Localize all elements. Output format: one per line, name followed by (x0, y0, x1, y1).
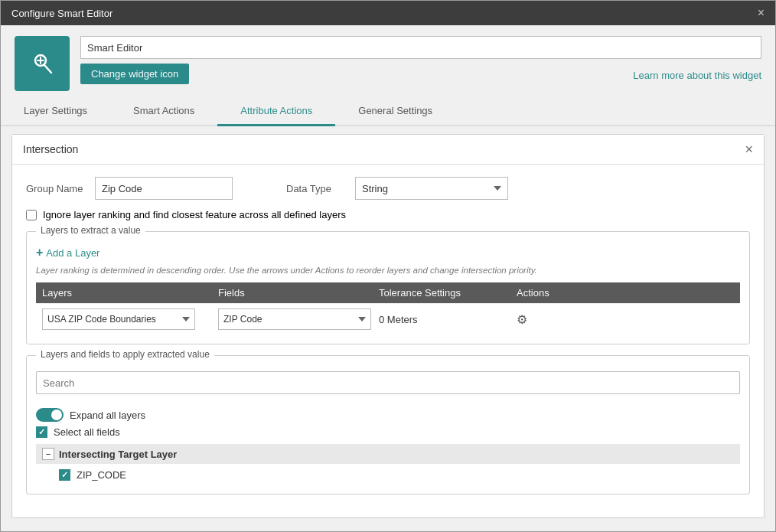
title-bar-close-button[interactable]: × (758, 7, 765, 19)
widget-icon-box (15, 36, 70, 91)
change-widget-icon-button[interactable]: Change widget icon (80, 64, 189, 84)
tab-layer-settings[interactable]: Layer Settings (1, 97, 110, 126)
layers-extract-legend: Layers to extract a value (36, 225, 145, 236)
ignore-ranking-label: Ignore layer ranking and find closest fe… (43, 209, 346, 220)
field-select-cell: ZIP Code (218, 308, 379, 330)
group-name-section: Group Name (26, 177, 233, 200)
add-layer-link[interactable]: + Add a Layer (36, 246, 740, 259)
svg-line-1 (44, 65, 51, 73)
add-layer-label: Add a Layer (46, 247, 99, 259)
field-row: ZIP_CODE (36, 465, 740, 485)
sub-dialog-close-button[interactable]: × (745, 142, 753, 156)
tabs-bar: Layer Settings Smart Actions Attribute A… (1, 97, 775, 126)
col-header-tolerance: Tolerance Settings (379, 287, 517, 299)
tolerance-settings-gear-button[interactable]: ⚙ (517, 312, 527, 327)
field-name: ZIP_CODE (77, 469, 126, 481)
col-header-actions: Actions (517, 287, 734, 299)
tab-smart-actions[interactable]: Smart Actions (110, 97, 217, 126)
select-all-label: Select all fields (54, 426, 120, 438)
tolerance-value: 0 Meters (379, 314, 418, 325)
search-container (36, 371, 740, 402)
select-all-checkbox[interactable] (36, 426, 47, 438)
header-section: Change widget icon Learn more about this… (1, 25, 775, 97)
actions-cell: ⚙ (517, 312, 734, 327)
widget-name-input[interactable] (80, 36, 761, 59)
learn-more-link[interactable]: Learn more about this widget (633, 70, 761, 81)
tab-attribute-actions[interactable]: Attribute Actions (217, 97, 335, 126)
data-type-select[interactable]: String Integer Double Date (355, 177, 508, 200)
collapse-button[interactable]: − (42, 448, 54, 460)
col-header-layers: Layers (42, 287, 218, 299)
layers-table: Layers Fields Tolerance Settings Actions… (36, 282, 740, 335)
field-select[interactable]: ZIP Code (218, 308, 371, 330)
search-input[interactable] (36, 371, 740, 394)
plus-icon: + (36, 246, 43, 259)
layer-ranking-note: Layer ranking is determined in descendin… (36, 266, 740, 275)
apply-section: Layers and fields to apply extracted val… (26, 355, 750, 494)
ignore-ranking-row: Ignore layer ranking and find closest fe… (26, 209, 750, 220)
layer-group-row: − Intersecting Target Layer (36, 444, 740, 464)
col-header-fields: Fields (218, 287, 379, 299)
field-checkbox[interactable] (59, 469, 70, 481)
table-header-row: Layers Fields Tolerance Settings Actions (36, 282, 740, 303)
tab-general-settings[interactable]: General Settings (335, 97, 455, 126)
apply-section-legend: Layers and fields to apply extracted val… (36, 349, 214, 360)
expand-all-label: Expand all layers (70, 410, 145, 421)
expand-all-toggle[interactable] (36, 408, 64, 422)
data-type-label: Data Type (286, 183, 347, 194)
group-name-label: Group Name (26, 183, 87, 194)
group-name-data-type-row: Group Name Data Type String Integer Doub… (26, 177, 750, 200)
sub-dialog-body: Group Name Data Type String Integer Doub… (12, 165, 764, 517)
sub-dialog-title: Intersection (23, 143, 78, 155)
data-type-section: Data Type String Integer Double Date (286, 177, 508, 200)
main-dialog: Configure Smart Editor × Change widget i… (0, 0, 776, 532)
layer-group-name: Intersecting Target Layer (59, 449, 177, 460)
group-name-input[interactable] (95, 177, 233, 200)
widget-icon (27, 48, 57, 79)
apply-section-content: Expand all layers Select all fields − In… (27, 356, 749, 494)
ignore-ranking-checkbox[interactable] (26, 210, 37, 220)
sub-dialog: Intersection × Group Name Data Type Stri… (11, 134, 765, 518)
sub-dialog-title-bar: Intersection × (12, 135, 764, 165)
title-bar: Configure Smart Editor × (1, 1, 775, 25)
select-all-row: Select all fields (36, 426, 740, 438)
content-area: Intersection × Group Name Data Type Stri… (1, 126, 775, 531)
table-row: USA ZIP Code Boundaries ZIP Code 0 Me (36, 303, 740, 335)
expand-all-row: Expand all layers (36, 408, 740, 422)
layer-select-cell: USA ZIP Code Boundaries (42, 308, 218, 330)
tolerance-cell: 0 Meters (379, 314, 517, 325)
dialog-title: Configure Smart Editor (11, 8, 112, 19)
layers-extract-section: Layers to extract a value + Add a Layer … (26, 231, 750, 344)
layer-select[interactable]: USA ZIP Code Boundaries (42, 308, 195, 330)
layers-extract-content: + Add a Layer Layer ranking is determine… (27, 232, 749, 344)
header-inputs: Change widget icon Learn more about this… (80, 36, 761, 84)
